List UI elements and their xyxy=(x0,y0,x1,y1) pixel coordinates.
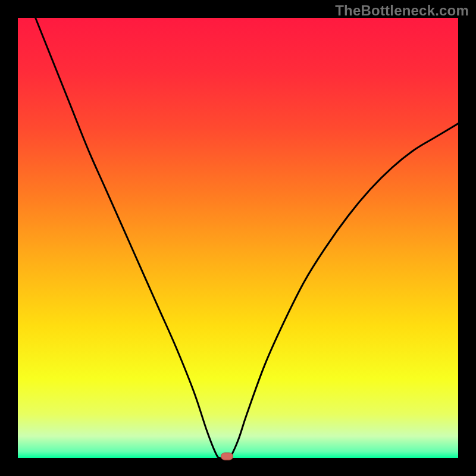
bottleneck-chart xyxy=(0,0,476,476)
chart-frame: TheBottleneck.com xyxy=(0,0,476,476)
optimal-marker xyxy=(221,453,233,460)
plot-background xyxy=(18,18,458,458)
